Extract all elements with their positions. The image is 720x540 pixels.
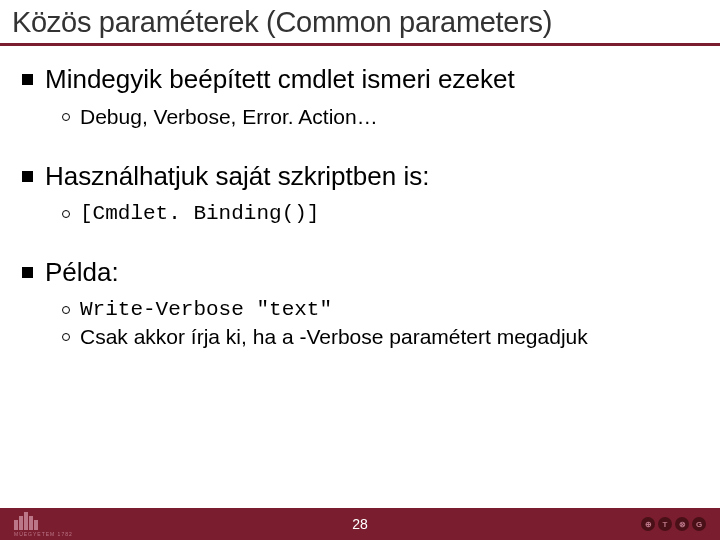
bullet-text: Példa: xyxy=(45,257,119,288)
footer-bar: MŰEGYETEM 1782 28 ⊕ T ⊗ G xyxy=(0,508,720,540)
title-bar: Közös paraméterek (Common parameters) xyxy=(0,0,720,46)
sub-bullet-text: Csak akkor írja ki, ha a -Verbose paramé… xyxy=(80,325,588,349)
slide-title: Közös paraméterek (Common parameters) xyxy=(12,6,708,39)
building-icon: MŰEGYETEM 1782 xyxy=(14,512,73,537)
capsule-icon: G xyxy=(692,517,706,531)
slide: Közös paraméterek (Common parameters) Mi… xyxy=(0,0,720,540)
circle-bullet-icon xyxy=(62,306,70,314)
sub-bullet-text: Debug, Verbose, Error. Action… xyxy=(80,105,378,129)
sub-bullet-item: Write-Verbose "text" xyxy=(62,298,698,321)
bullet-list: Mindegyik beépített cmdlet ismeri ezeket… xyxy=(22,64,698,349)
bullet-text: Mindegyik beépített cmdlet ismeri ezeket xyxy=(45,64,515,95)
square-bullet-icon xyxy=(22,171,33,182)
footer-logo-right: ⊕ T ⊗ G xyxy=(641,517,706,531)
capsule-icon: T xyxy=(658,517,672,531)
circle-bullet-icon xyxy=(62,333,70,341)
bullet-item: Mindegyik beépített cmdlet ismeri ezeket… xyxy=(22,64,698,129)
square-bullet-icon xyxy=(22,74,33,85)
bullet-text: Használhatjuk saját szkriptben is: xyxy=(45,161,429,192)
footer-logo-left: MŰEGYETEM 1782 xyxy=(14,512,73,537)
capsule-icon: ⊗ xyxy=(675,517,689,531)
sub-bullet-list: [Cmdlet. Binding()] xyxy=(62,202,698,225)
content-area: Mindegyik beépített cmdlet ismeri ezeket… xyxy=(0,46,720,508)
sub-bullet-item: Debug, Verbose, Error. Action… xyxy=(62,105,698,129)
bullet-item: Példa:Write-Verbose "text"Csak akkor írj… xyxy=(22,257,698,349)
sub-bullet-list: Write-Verbose "text"Csak akkor írja ki, … xyxy=(62,298,698,349)
university-label: MŰEGYETEM 1782 xyxy=(14,531,73,537)
sub-bullet-list: Debug, Verbose, Error. Action… xyxy=(62,105,698,129)
sub-bullet-item: Csak akkor írja ki, ha a -Verbose paramé… xyxy=(62,325,698,349)
sub-bullet-text: [Cmdlet. Binding()] xyxy=(80,202,319,225)
capsule-icon: ⊕ xyxy=(641,517,655,531)
bullet-item: Használhatjuk saját szkriptben is:[Cmdle… xyxy=(22,161,698,225)
page-number: 28 xyxy=(352,516,368,532)
sub-bullet-text: Write-Verbose "text" xyxy=(80,298,332,321)
circle-bullet-icon xyxy=(62,113,70,121)
circle-bullet-icon xyxy=(62,210,70,218)
sub-bullet-item: [Cmdlet. Binding()] xyxy=(62,202,698,225)
square-bullet-icon xyxy=(22,267,33,278)
